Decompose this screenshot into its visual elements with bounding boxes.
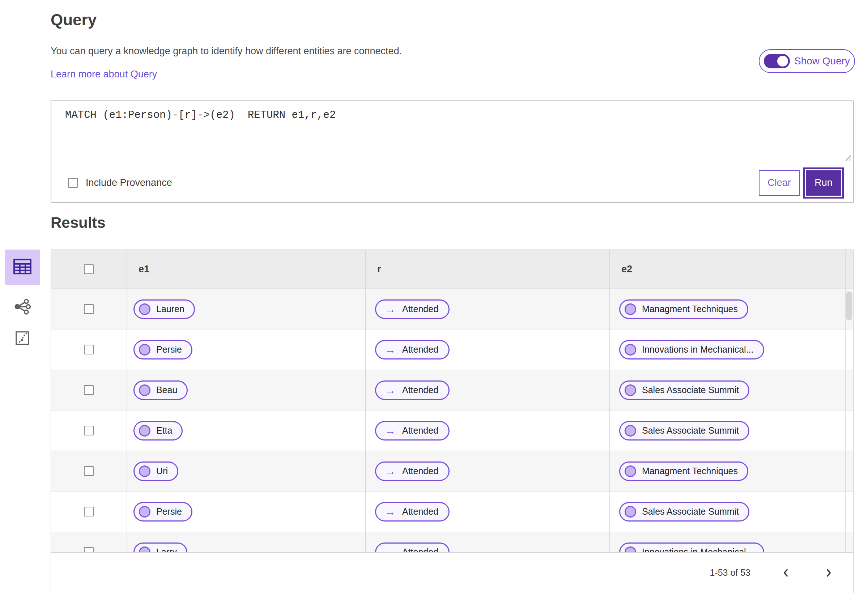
entity-pill[interactable]: Managment Techniques — [619, 462, 748, 481]
entity-node-icon — [139, 465, 150, 477]
include-provenance-checkbox[interactable] — [68, 178, 78, 188]
results-section-title: Results — [51, 214, 106, 232]
table-row: Etta → Attended Sales Associate Summit — [51, 411, 853, 451]
table-row: Persie → Attended Innovations in Mechani… — [51, 329, 853, 370]
row-checkbox[interactable] — [84, 507, 94, 517]
row-checkbox[interactable] — [84, 345, 94, 355]
previous-page-button[interactable] — [779, 566, 793, 580]
results-table: e1 r e2 Lauren → Attended Managment Tech… — [51, 250, 854, 593]
relation-pill[interactable]: → Attended — [375, 380, 450, 400]
relation-pill[interactable]: → Attended — [375, 502, 450, 521]
row-checkbox[interactable] — [84, 304, 94, 314]
table-row: Lauren → Attended Managment Techniques — [51, 289, 853, 329]
arrow-right-icon: → — [385, 466, 396, 477]
entity-pill[interactable]: Persie — [133, 502, 192, 521]
path-chart-icon — [14, 330, 31, 348]
show-query-toggle[interactable]: Show Query — [759, 49, 855, 73]
table-row: Persie → Attended Sales Associate Summit — [51, 491, 853, 532]
next-page-button[interactable] — [821, 566, 836, 580]
row-checkbox[interactable] — [84, 426, 94, 435]
pagination-range-label: 1-53 of 53 — [710, 567, 750, 578]
table-header-row: e1 r e2 — [51, 250, 853, 289]
arrow-right-icon: → — [385, 304, 396, 315]
entity-node-icon — [625, 303, 636, 315]
entity-node-icon — [139, 385, 150, 396]
table-row: Uri → Attended Managment Techniques — [51, 451, 853, 491]
column-header-e1[interactable]: e1 — [138, 264, 149, 275]
toggle-switch-icon[interactable] — [764, 54, 790, 68]
arrow-right-icon: → — [385, 385, 396, 395]
row-checkbox[interactable] — [84, 466, 94, 476]
relation-pill[interactable]: → Attended — [375, 462, 450, 481]
arrow-right-icon: → — [385, 344, 396, 355]
relation-pill[interactable]: → Attended — [375, 421, 450, 441]
divider — [845, 250, 845, 552]
column-header-r[interactable]: r — [377, 264, 381, 275]
query-section-title: Query — [51, 11, 97, 29]
query-input[interactable]: MATCH (e1:Person)-[r]->(e2) RETURN e1,r,… — [52, 101, 853, 162]
table-icon — [12, 256, 33, 279]
entity-pill[interactable]: Persie — [133, 340, 192, 359]
query-description: You can query a knowledge graph to ident… — [51, 45, 402, 57]
include-provenance-control[interactable]: Include Provenance — [68, 177, 172, 188]
clear-button[interactable]: Clear — [759, 170, 800, 195]
graph-view-button[interactable] — [13, 297, 32, 318]
entity-pill[interactable]: Etta — [133, 421, 183, 441]
entity-pill[interactable]: Beau — [133, 380, 188, 400]
entity-node-icon — [625, 385, 636, 396]
table-row: Beau → Attended Sales Associate Summit — [51, 370, 853, 411]
column-header-e2[interactable]: e2 — [621, 264, 632, 275]
chevron-left-icon — [781, 568, 791, 577]
run-button[interactable]: Run — [805, 169, 842, 197]
entity-node-icon — [625, 344, 636, 356]
entity-pill[interactable]: Sales Associate Summit — [619, 502, 749, 521]
table-view-button[interactable] — [5, 250, 40, 285]
show-query-label: Show Query — [794, 55, 850, 67]
entity-pill[interactable]: Lauren — [133, 300, 195, 319]
arrow-right-icon: → — [385, 425, 396, 436]
table-body: Lauren → Attended Managment Techniques P… — [51, 289, 853, 573]
entity-pill[interactable]: Managment Techniques — [619, 300, 748, 319]
entity-pill[interactable]: Uri — [133, 462, 178, 481]
relation-pill[interactable]: → Attended — [375, 300, 450, 319]
query-editor-panel: MATCH (e1:Person)-[r]->(e2) RETURN e1,r,… — [51, 100, 854, 203]
row-checkbox[interactable] — [84, 385, 94, 395]
relation-pill[interactable]: → Attended — [375, 340, 450, 359]
entity-node-icon — [625, 425, 636, 436]
pagination-bar: 1-53 of 53 — [51, 552, 853, 593]
select-all-checkbox[interactable] — [84, 264, 94, 274]
chart-view-button[interactable] — [14, 330, 31, 348]
network-graph-icon — [13, 297, 32, 318]
chevron-right-icon — [824, 568, 833, 577]
entity-pill[interactable]: Sales Associate Summit — [619, 421, 749, 441]
entity-node-icon — [139, 506, 150, 518]
learn-more-link[interactable]: Learn more about Query — [51, 69, 157, 80]
include-provenance-label: Include Provenance — [86, 177, 172, 188]
vertical-scrollbar[interactable] — [846, 291, 852, 320]
query-page: Query You can query a knowledge graph to… — [0, 0, 868, 600]
entity-node-icon — [139, 425, 150, 436]
entity-pill[interactable]: Innovations in Mechanical... — [619, 340, 764, 359]
entity-node-icon — [139, 303, 150, 315]
toggle-knob — [777, 55, 789, 67]
query-footer: Include Provenance Clear Run — [52, 163, 853, 203]
entity-pill[interactable]: Sales Associate Summit — [619, 380, 749, 400]
results-view-switcher — [5, 250, 40, 348]
arrow-right-icon: → — [385, 506, 396, 517]
entity-node-icon — [139, 344, 150, 356]
entity-node-icon — [625, 465, 636, 477]
entity-node-icon — [625, 506, 636, 518]
